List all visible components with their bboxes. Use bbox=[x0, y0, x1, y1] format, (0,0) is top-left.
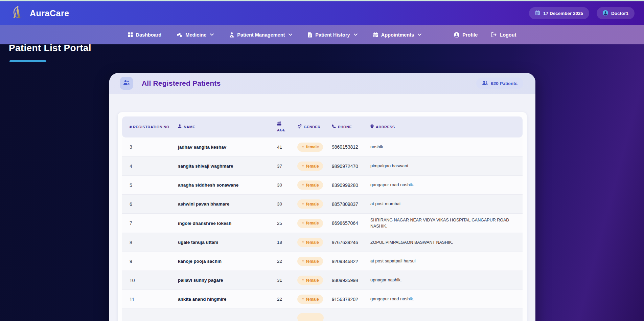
gender-badge: ♀female bbox=[297, 257, 323, 266]
table-row-partial[interactable] bbox=[122, 308, 523, 321]
users-icon bbox=[123, 80, 130, 87]
nav-item-patient-management[interactable]: Patient Management bbox=[229, 32, 292, 38]
cell-name: ingole dhanshree lokesh bbox=[174, 217, 273, 229]
date-text: 17 December 2025 bbox=[543, 11, 583, 16]
card-header: All Registered Patients 620 Patients bbox=[109, 73, 535, 94]
pills-icon bbox=[177, 32, 182, 37]
column-header-registration-no[interactable]: # REGISTRATION NO bbox=[122, 122, 174, 132]
chevron-down-icon bbox=[354, 34, 358, 36]
cell-reg-no: 9 bbox=[122, 255, 174, 268]
cell-age: 41 bbox=[273, 141, 293, 153]
column-header-address[interactable]: ADDRESS bbox=[366, 122, 523, 133]
cell-address: nashik bbox=[366, 141, 523, 154]
cell-name: ashwini pavan bhamare bbox=[174, 198, 273, 210]
cell-phone: 9890972470 bbox=[328, 160, 366, 172]
chevron-down-icon bbox=[210, 34, 214, 36]
column-label: # REGISTRATION NO bbox=[130, 125, 169, 130]
page-title: Patient List Portal bbox=[9, 43, 91, 53]
cell-address: ZOPUL PIMPALGAON BASWANT NASHIK. bbox=[366, 236, 523, 249]
nav-label: Medicine bbox=[185, 32, 206, 38]
gender-icon bbox=[297, 124, 302, 130]
cell-name: ankita anand hingmire bbox=[174, 293, 273, 305]
profile-icon bbox=[454, 32, 459, 38]
date-pill: 17 December 2025 bbox=[529, 7, 589, 19]
auracare-logo-icon bbox=[12, 5, 24, 21]
cell-name: anagha siddhesh sonawane bbox=[174, 179, 273, 191]
cell-phone: 9309935998 bbox=[328, 274, 366, 286]
female-symbol-icon: ♀ bbox=[301, 297, 305, 302]
cell-phone: 8857809837 bbox=[328, 198, 366, 210]
gender-text: female bbox=[306, 202, 319, 207]
cell-gender: ♀female bbox=[293, 196, 328, 212]
user-pill[interactable]: Doctor1 bbox=[597, 7, 635, 19]
column-header-name[interactable]: NAME bbox=[174, 122, 273, 132]
cell-reg-no bbox=[122, 315, 174, 321]
column-label: ADDRESS bbox=[376, 125, 395, 130]
cell-age: 30 bbox=[273, 179, 293, 191]
column-header-phone[interactable]: PHONE bbox=[328, 122, 366, 132]
nav-item-profile[interactable]: Profile bbox=[454, 32, 478, 38]
female-symbol-icon: ♀ bbox=[301, 278, 305, 283]
female-symbol-icon: ♀ bbox=[301, 259, 305, 264]
table-row[interactable]: 9 kanoje pooja sachin 22 ♀female 9209346… bbox=[122, 252, 523, 271]
cell-address: gangapur road nashik. bbox=[366, 178, 523, 192]
table-row[interactable]: 10 pallavi sunny pagare 31 ♀female 93099… bbox=[122, 271, 523, 290]
app-header: AuraCare 17 December 2025 Doctor1 bbox=[0, 1, 644, 25]
nav-item-logout[interactable]: Logout bbox=[491, 32, 516, 38]
table-row[interactable]: 3 jadhav sangita keshav 41 ♀female 98601… bbox=[122, 137, 523, 156]
cell-gender: ♀female bbox=[293, 158, 328, 174]
header-right: 17 December 2025 Doctor1 bbox=[529, 7, 635, 19]
cell-reg-no: 6 bbox=[122, 198, 174, 210]
title-underline bbox=[9, 60, 46, 62]
cell-age: 25 bbox=[273, 217, 293, 229]
cell-reg-no: 3 bbox=[122, 141, 174, 153]
patients-table-panel: # REGISTRATION NO NAME AGE GENDER bbox=[117, 112, 527, 321]
table-row[interactable]: 11 ankita anand hingmire 22 ♀female 9156… bbox=[122, 290, 523, 308]
cell-age: 31 bbox=[273, 274, 293, 286]
cell-age: 18 bbox=[273, 236, 293, 248]
female-symbol-icon: ♀ bbox=[301, 183, 305, 188]
nav-label: Dashboard bbox=[136, 32, 162, 38]
calendar-icon bbox=[535, 10, 540, 16]
patients-card: All Registered Patients 620 Patients # R… bbox=[109, 73, 535, 321]
nav-item-medicine[interactable]: Medicine bbox=[177, 32, 214, 38]
patient-count-badge: 620 Patients bbox=[476, 78, 523, 89]
nav-label: Logout bbox=[500, 32, 516, 38]
gender-text: female bbox=[306, 259, 319, 264]
person-icon bbox=[178, 124, 182, 130]
nav-item-appointments[interactable]: Appointments bbox=[373, 32, 421, 38]
brand[interactable]: AuraCare bbox=[12, 5, 69, 21]
table-row[interactable]: 5 anagha siddhesh sonawane 30 ♀female 83… bbox=[122, 175, 523, 194]
cell-reg-no: 4 bbox=[122, 160, 174, 172]
main-nav: Dashboard Medicine Patient Management bbox=[0, 25, 644, 44]
cell-reg-no: 10 bbox=[122, 274, 174, 286]
gender-text: female bbox=[306, 297, 319, 302]
nav-item-patient-history[interactable]: Patient History bbox=[308, 32, 357, 38]
cell-phone: 8698657064 bbox=[328, 217, 366, 229]
cell-reg-no: 8 bbox=[122, 236, 174, 249]
cell-reg-no: 5 bbox=[122, 179, 174, 191]
nav-item-dashboard[interactable]: Dashboard bbox=[128, 32, 162, 38]
table-row[interactable]: 6 ashwini pavan bhamare 30 ♀female 88578… bbox=[122, 194, 523, 213]
gender-badge: ♀female bbox=[297, 219, 323, 228]
column-header-gender[interactable]: GENDER bbox=[293, 122, 328, 133]
logout-icon bbox=[491, 32, 497, 37]
table-row[interactable]: 4 sangita shivaji waghmare 37 ♀female 98… bbox=[122, 156, 523, 175]
cell-address: upnagar nashik. bbox=[366, 274, 523, 287]
gender-badge: ♀female bbox=[297, 238, 323, 247]
card-title: All Registered Patients bbox=[142, 79, 221, 87]
female-symbol-icon: ♀ bbox=[301, 240, 305, 245]
cell-address: gangapur road nashik. bbox=[366, 293, 523, 306]
gender-text: female bbox=[306, 278, 319, 283]
table-row[interactable]: 8 ugale tanuja uttam 18 ♀female 97676392… bbox=[122, 233, 523, 252]
column-header-age[interactable]: AGE bbox=[273, 119, 293, 135]
cell-phone: 9860153812 bbox=[328, 141, 366, 153]
cell-address bbox=[366, 315, 523, 321]
patient-icon bbox=[229, 32, 234, 38]
cell-address: at post mumbai bbox=[366, 197, 523, 211]
cell-phone: 9767639246 bbox=[328, 236, 366, 249]
table-row[interactable]: 7 ingole dhanshree lokesh 25 ♀female 869… bbox=[122, 213, 523, 233]
cell-gender: ♀female bbox=[293, 272, 328, 288]
cell-gender: ♀female bbox=[293, 215, 328, 231]
chevron-down-icon bbox=[289, 34, 292, 36]
